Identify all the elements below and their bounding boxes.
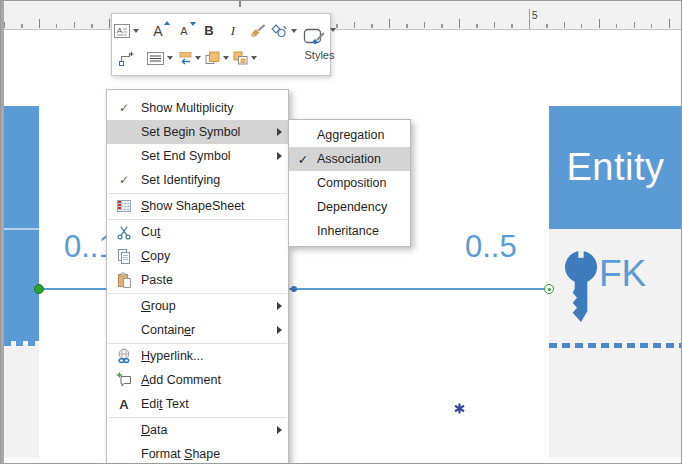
grow-font-button[interactable]: A xyxy=(145,19,171,43)
bold-icon: B xyxy=(204,23,213,38)
menu-item-set-begin-symbol[interactable]: Set Begin Symbol xyxy=(107,120,288,144)
line-style-button[interactable] xyxy=(145,46,175,70)
menu-item-label: Group xyxy=(141,299,270,313)
shapesheet-icon xyxy=(116,198,132,214)
menu-item-paste[interactable]: Paste xyxy=(107,268,288,292)
submenu-item-inheritance[interactable]: Inheritance xyxy=(289,219,410,243)
checkmark-icon: ✓ xyxy=(119,173,129,187)
foreign-key-label: FK xyxy=(599,253,646,295)
bring-forward-icon xyxy=(205,51,220,65)
menu-item-edit-text[interactable]: A Edit Text xyxy=(107,392,288,416)
snap-indicator-icon xyxy=(453,402,466,415)
menu-item-hyperlink[interactable]: Hyperlink... xyxy=(107,344,288,368)
menu-item-label: Set Begin Symbol xyxy=(141,125,270,139)
menu-item-label: Edit Text xyxy=(141,397,270,411)
menu-item-label: Paste xyxy=(141,273,270,287)
dropdown-arrow-icon xyxy=(195,56,201,60)
menu-item-copy[interactable]: Copy xyxy=(107,244,288,268)
begin-symbol-submenu: Aggregation ✓ Association Composition De… xyxy=(288,119,411,247)
ruler-label-5: 5 xyxy=(532,10,538,21)
dropdown-arrow-icon xyxy=(291,29,297,33)
dropdown-arrow-icon xyxy=(167,56,173,60)
menu-item-label: Set Identifying xyxy=(141,173,270,187)
menu-item-label: Add Comment xyxy=(141,373,270,387)
italic-icon: I xyxy=(231,23,235,39)
copy-icon xyxy=(116,248,132,264)
hyperlink-icon xyxy=(116,348,132,364)
menu-item-group[interactable]: Group xyxy=(107,294,288,318)
context-menu: ✓ Show Multiplicity Set Begin Symbol Set… xyxy=(106,89,289,464)
menu-item-label: Hyperlink... xyxy=(141,349,270,363)
menu-item-set-identifying[interactable]: ✓ Set Identifying xyxy=(107,168,288,192)
submenu-item-composition[interactable]: Composition xyxy=(289,171,410,195)
ruler-gridline-5 xyxy=(529,9,530,29)
menu-item-label: Copy xyxy=(141,249,270,263)
styles-label: Styles xyxy=(305,49,335,61)
connector-begin-point[interactable] xyxy=(34,284,44,294)
menu-item-container[interactable]: Container xyxy=(107,318,288,342)
align-button[interactable] xyxy=(175,46,203,70)
submenu-arrow-icon xyxy=(277,152,282,160)
entity-title: Entity xyxy=(566,146,664,189)
svg-text:A: A xyxy=(117,26,123,35)
bold-button[interactable]: B xyxy=(197,19,221,43)
checkmark-icon: ✓ xyxy=(298,152,308,167)
submenu-item-association[interactable]: ✓ Association xyxy=(289,147,410,171)
left-entity-body[interactable] xyxy=(4,346,39,458)
styles-gallery-icon xyxy=(303,28,327,48)
entity-shape-body[interactable]: FK xyxy=(549,229,682,343)
ruler-major-ticks xyxy=(1,19,681,28)
dropdown-arrow-icon xyxy=(133,29,139,33)
shape-styles-gallery-button[interactable]: Styles xyxy=(303,14,336,75)
entity-shape-header[interactable]: Entity xyxy=(549,106,682,229)
left-entity-divider xyxy=(4,228,39,230)
menu-item-cut[interactable]: Cut xyxy=(107,220,288,244)
connector-icon xyxy=(119,51,135,66)
shape-style-button[interactable] xyxy=(269,19,299,43)
line-style-icon xyxy=(147,52,164,65)
menu-item-add-comment[interactable]: Add Comment xyxy=(107,368,288,392)
menu-item-format-shape[interactable]: Format Shape xyxy=(107,442,288,464)
menu-item-label: Container xyxy=(141,323,270,337)
italic-button[interactable]: I xyxy=(221,19,245,43)
menu-item-data[interactable]: Data xyxy=(107,418,288,442)
horizontal-ruler: 5 xyxy=(1,1,681,30)
edit-text-icon: A xyxy=(119,397,128,412)
send-backward-icon xyxy=(233,51,248,65)
submenu-item-aggregation[interactable]: Aggregation xyxy=(289,123,410,147)
menu-item-set-end-symbol[interactable]: Set End Symbol xyxy=(107,144,288,168)
shrink-font-button[interactable]: A xyxy=(171,19,197,43)
ruler-position-marker xyxy=(239,1,241,7)
left-entity-shape-partial[interactable] xyxy=(4,106,39,341)
connector-tool-button[interactable] xyxy=(115,46,139,70)
grow-font-arrow-icon xyxy=(164,21,170,25)
connector-midpoint-handle[interactable] xyxy=(291,286,297,292)
bring-forward-button[interactable] xyxy=(203,46,231,70)
submenu-item-dependency[interactable]: Dependency xyxy=(289,195,410,219)
format-painter-button[interactable] xyxy=(245,19,269,43)
send-backward-button[interactable] xyxy=(231,46,259,70)
shrink-font-arrow-icon xyxy=(190,22,196,26)
submenu-arrow-icon xyxy=(277,302,282,310)
text-block-style-button[interactable]: A xyxy=(112,19,141,43)
multiplicity-label-end[interactable]: 0..5 xyxy=(465,229,517,265)
submenu-arrow-icon xyxy=(277,326,282,334)
dropdown-arrow-icon xyxy=(330,28,336,32)
text-block-icon: A xyxy=(114,24,130,38)
entity-shape-lower-body xyxy=(549,348,682,458)
dropdown-arrow-icon xyxy=(223,56,229,60)
visio-drawing-window: 5 0..1 0..5 Entity FK xyxy=(0,0,682,464)
menu-item-label: Cut xyxy=(141,225,270,239)
submenu-arrow-icon xyxy=(277,128,282,136)
menu-item-show-shapesheet[interactable]: Show ShapeSheet xyxy=(107,194,288,218)
menu-item-show-multiplicity[interactable]: ✓ Show Multiplicity xyxy=(107,96,288,120)
dropdown-arrow-icon xyxy=(251,56,257,60)
menu-item-label: Data xyxy=(141,423,270,437)
menu-item-label: Set End Symbol xyxy=(141,149,270,163)
format-painter-icon xyxy=(249,24,266,38)
add-comment-icon xyxy=(116,372,132,388)
shape-style-icon xyxy=(271,24,288,38)
paste-icon xyxy=(116,272,132,288)
connector-end-point[interactable] xyxy=(544,284,554,294)
menu-item-label: Format Shape xyxy=(141,447,270,461)
